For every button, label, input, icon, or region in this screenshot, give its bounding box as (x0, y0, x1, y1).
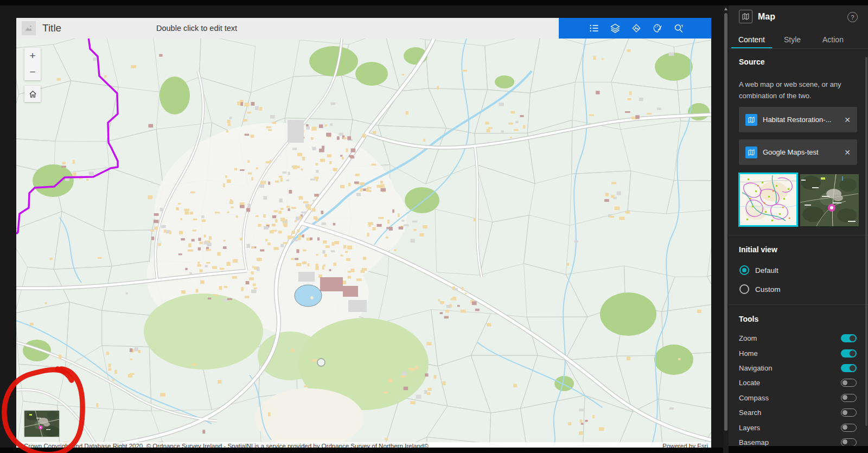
tools-heading: Tools (739, 315, 758, 323)
help-icon[interactable]: ? (847, 12, 858, 22)
tool-row-layers: Layers (739, 420, 857, 435)
style-icon[interactable] (653, 23, 662, 33)
tool-row-search: Search (739, 405, 857, 420)
radio-label: Default (755, 266, 778, 275)
tool-label: Home (739, 349, 758, 358)
home-button[interactable] (24, 86, 41, 102)
map-source-item[interactable]: Google Maps-test✕ (739, 139, 857, 165)
layers-icon[interactable] (610, 23, 620, 33)
radio-button[interactable] (739, 265, 749, 275)
tabs-divider (729, 48, 868, 49)
toggle-locate[interactable] (841, 379, 857, 387)
radio-button[interactable] (739, 284, 749, 294)
tool-row-navigation: Navigation (739, 361, 857, 375)
radio-default[interactable]: Default (739, 265, 778, 276)
tab-style[interactable]: Style (772, 33, 813, 49)
zoom-in-button[interactable]: + (24, 48, 41, 64)
widget-title[interactable]: Title (42, 22, 61, 34)
map-attribution: Crown Copyright and Database Right 2020.… (16, 442, 711, 448)
source-heading: Source (739, 58, 764, 66)
image-placeholder-icon[interactable] (22, 21, 36, 35)
toggle-navigation[interactable] (841, 364, 857, 372)
webmap-thumbnail-satellite[interactable] (800, 174, 859, 226)
scrollbar-thumb[interactable] (724, 13, 727, 431)
radio-label: Custom (755, 285, 781, 294)
radio-custom[interactable]: Custom (739, 284, 781, 295)
tool-row-compass: Compass (739, 391, 857, 405)
initial-view-heading: Initial view (739, 245, 777, 254)
map-widget: Title Double click to edit text + − (16, 18, 711, 448)
powered-by-esri: Powered by Esri (662, 442, 708, 448)
legend-icon[interactable] (589, 23, 599, 33)
basemap-icon[interactable] (631, 23, 641, 33)
pond (295, 285, 322, 307)
panel-title: Map (758, 12, 775, 22)
toggle-basemap[interactable] (841, 438, 857, 446)
toggle-search[interactable] (841, 409, 857, 417)
toggle-home[interactable] (841, 349, 857, 358)
page-scrollbar[interactable] (723, 5, 729, 453)
tool-row-home: Home (739, 346, 857, 360)
remove-map-button[interactable]: ✕ (844, 148, 851, 157)
tool-label: Basemap (739, 438, 769, 446)
map-title-bar: Title Double click to edit text (16, 18, 711, 39)
tool-label: Search (739, 409, 761, 417)
tool-label: Layers (739, 424, 760, 432)
tool-row-locate: Locate (739, 375, 857, 390)
text-widget-placeholder[interactable]: Double click to edit text (156, 24, 237, 33)
home-icon (28, 90, 37, 99)
toggle-compass[interactable] (841, 394, 857, 402)
tool-label: Navigation (739, 364, 772, 372)
zoom-control: + − (24, 48, 41, 80)
source-description: A web map or web scene, or any combinati… (739, 79, 852, 101)
scrollbar-up-arrow[interactable] (724, 8, 727, 10)
search-icon[interactable] (674, 23, 684, 33)
map-canvas[interactable] (16, 39, 711, 448)
map-source-label: Habitat Restoration-... (763, 116, 841, 124)
attribution-text: Crown Copyright and Database Right 2020.… (24, 442, 429, 448)
settings-panel: Map ? ContentStyleAction Source A web ma… (729, 5, 868, 446)
tool-row-basemap: Basemap (739, 435, 857, 446)
tools-list: ZoomHomeNavigationLocateCompassSearchLay… (739, 331, 857, 446)
tool-label: Zoom (739, 334, 757, 342)
toggle-layers[interactable] (841, 424, 857, 432)
toggle-zoom[interactable] (841, 334, 857, 342)
section-divider (729, 235, 868, 235)
map-toolbar (559, 18, 711, 39)
tool-label: Locate (739, 379, 760, 387)
webmap-icon (745, 114, 757, 126)
panel-scrollbar[interactable] (865, 57, 868, 437)
panel-tabs: ContentStyleAction (731, 33, 853, 49)
tab-content[interactable]: Content (731, 33, 772, 49)
overview-map-thumbnail[interactable] (24, 411, 59, 437)
tool-label: Compass (739, 394, 769, 402)
webmap-icon (745, 146, 757, 158)
tab-action[interactable]: Action (813, 33, 853, 49)
tool-row-zoom: Zoom (739, 331, 857, 346)
section-divider (729, 304, 868, 305)
map-source-label: Google Maps-test (763, 148, 841, 156)
map-widget-icon (739, 10, 752, 23)
map-source-item[interactable]: Habitat Restoration-...✕ (739, 107, 857, 132)
webmap-thumbnail-selected[interactable] (738, 173, 798, 227)
zoom-out-button[interactable]: − (24, 64, 41, 80)
remove-map-button[interactable]: ✕ (844, 116, 851, 124)
